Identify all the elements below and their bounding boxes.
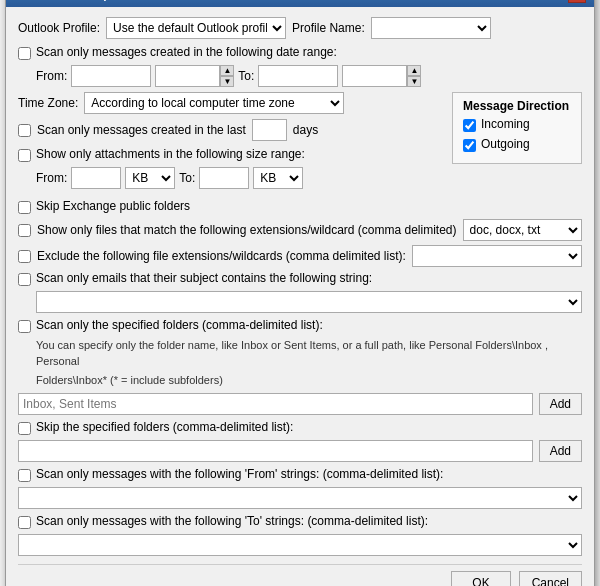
skip-exchange-row: Skip Exchange public folders — [18, 199, 582, 214]
skip-folders-checkbox[interactable] — [18, 422, 31, 435]
scan-folders-hint2: Folders\Inbox* (* = include subfolders) — [36, 373, 582, 388]
skip-folders-add-button[interactable]: Add — [539, 440, 582, 462]
exclude-extensions-label: Exclude the following file extensions/wi… — [37, 249, 406, 263]
outlook-profile-row: Outlook Profile: Use the default Outlook… — [18, 17, 582, 39]
from-date-label: From: — [36, 69, 67, 83]
outgoing-label: Outgoing — [481, 137, 530, 151]
dialog-title: Mailbox Scan Options — [14, 0, 139, 1]
from-strings-row: Scan only messages with the following 'F… — [18, 467, 582, 482]
from-strings-label: Scan only messages with the following 'F… — [36, 467, 443, 481]
to-strings-label: Scan only messages with the following 'T… — [36, 514, 428, 528]
from-strings-dropdown-row — [18, 487, 582, 509]
from-strings-select[interactable] — [18, 487, 582, 509]
scan-subject-select[interactable] — [36, 291, 582, 313]
timezone-row: Time Zone: According to local computer t… — [18, 92, 442, 114]
show-extensions-select[interactable]: doc, docx, txt — [463, 219, 582, 241]
scan-subject-checkbox[interactable] — [18, 273, 31, 286]
incoming-row: Incoming — [463, 117, 571, 132]
close-button[interactable]: ✕ — [568, 0, 586, 3]
scan-last-days-input[interactable]: 5 — [252, 119, 287, 141]
attachments-range-row: Show only attachments in the following s… — [18, 147, 442, 162]
scan-date-range-label: Scan only messages created in the follow… — [36, 45, 337, 59]
profile-name-label: Profile Name: — [292, 21, 365, 35]
time-to-spin-buttons: ▲ ▼ — [407, 65, 421, 87]
message-direction-title: Message Direction — [463, 99, 571, 113]
time-from-spinbox: 00:00:00 ▲ ▼ — [155, 65, 234, 87]
skip-folders-input-row: Add — [18, 440, 582, 462]
dialog-content: Outlook Profile: Use the default Outlook… — [6, 7, 594, 586]
exclude-extensions-checkbox[interactable] — [18, 250, 31, 263]
skip-folders-input[interactable] — [18, 440, 533, 462]
time-from-down-button[interactable]: ▼ — [220, 76, 234, 87]
to-strings-dropdown-row — [18, 534, 582, 556]
date-range-section: From: 2017-07-01 00:00:00 ▲ ▼ To: 2017-0… — [36, 65, 582, 87]
exclude-extensions-row: Exclude the following file extensions/wi… — [18, 245, 582, 267]
size-from-input[interactable]: 0 — [71, 167, 121, 189]
scan-last-row: Scan only messages created in the last 5… — [18, 119, 442, 141]
scan-last-label: Scan only messages created in the last — [37, 123, 246, 137]
days-label: days — [293, 123, 318, 137]
incoming-label: Incoming — [481, 117, 530, 131]
scan-subject-label: Scan only emails that their subject cont… — [36, 271, 372, 285]
to-strings-select[interactable] — [18, 534, 582, 556]
scan-folders-add-button[interactable]: Add — [539, 393, 582, 415]
skip-exchange-label: Skip Exchange public folders — [36, 199, 190, 213]
title-bar: Mailbox Scan Options ✕ — [6, 0, 594, 7]
scan-subject-row: Scan only emails that their subject cont… — [18, 271, 582, 286]
outgoing-checkbox[interactable] — [463, 139, 476, 152]
scan-subject-dropdown-row — [36, 291, 582, 313]
to-strings-checkbox[interactable] — [18, 516, 31, 529]
cancel-button[interactable]: Cancel — [519, 571, 582, 586]
from-strings-checkbox[interactable] — [18, 469, 31, 482]
dialog-buttons-row: OK Cancel — [18, 564, 582, 586]
show-extensions-checkbox[interactable] — [18, 224, 31, 237]
scan-folders-label: Scan only the specified folders (comma-d… — [36, 318, 323, 332]
time-to-up-button[interactable]: ▲ — [407, 65, 421, 76]
skip-folders-label: Skip the specified folders (comma-delimi… — [36, 420, 293, 434]
size-to-input[interactable]: 1000 — [199, 167, 249, 189]
time-from-spin-buttons: ▲ ▼ — [220, 65, 234, 87]
time-from-input[interactable]: 00:00:00 — [155, 65, 220, 87]
scan-folders-row: Scan only the specified folders (comma-d… — [18, 318, 582, 333]
scan-folders-input[interactable] — [18, 393, 533, 415]
outlook-profile-label: Outlook Profile: — [18, 21, 100, 35]
time-from-up-button[interactable]: ▲ — [220, 65, 234, 76]
timezone-label: Time Zone: — [18, 96, 78, 110]
time-to-spinbox: 00:00:00 ▲ ▼ — [342, 65, 421, 87]
scan-folders-checkbox[interactable] — [18, 320, 31, 333]
dialog-mailbox-scan-options: Mailbox Scan Options ✕ Outlook Profile: … — [5, 0, 595, 586]
show-extensions-row: Show only files that match the following… — [18, 219, 582, 241]
show-extensions-label: Show only files that match the following… — [37, 223, 457, 237]
size-range-row: From: 0 KB To: 1000 KB — [36, 167, 442, 189]
to-date-label: To: — [238, 69, 254, 83]
date-to-input[interactable]: 2017-08-01 — [258, 65, 338, 87]
scan-last-checkbox[interactable] — [18, 124, 31, 137]
scan-date-range-checkbox[interactable] — [18, 47, 31, 60]
time-to-down-button[interactable]: ▼ — [407, 76, 421, 87]
size-to-label: To: — [179, 171, 195, 185]
outlook-profile-select[interactable]: Use the default Outlook profile — [106, 17, 286, 39]
date-from-input[interactable]: 2017-07-01 — [71, 65, 151, 87]
size-to-unit-select[interactable]: KB — [253, 167, 303, 189]
time-to-input[interactable]: 00:00:00 — [342, 65, 407, 87]
scan-folders-input-row: Add — [18, 393, 582, 415]
size-from-label: From: — [36, 171, 67, 185]
incoming-checkbox[interactable] — [463, 119, 476, 132]
attachments-range-label: Show only attachments in the following s… — [36, 147, 305, 161]
timezone-select[interactable]: According to local computer time zone — [84, 92, 344, 114]
exclude-extensions-select[interactable] — [412, 245, 582, 267]
ok-button[interactable]: OK — [451, 571, 510, 586]
message-direction-panel: Message Direction Incoming Outgoing — [452, 92, 582, 164]
outgoing-row: Outgoing — [463, 137, 571, 152]
skip-exchange-checkbox[interactable] — [18, 201, 31, 214]
size-from-unit-select[interactable]: KB — [125, 167, 175, 189]
scan-date-range-row: Scan only messages created in the follow… — [18, 45, 582, 60]
profile-name-select[interactable] — [371, 17, 491, 39]
timezone-section: Time Zone: According to local computer t… — [18, 92, 442, 194]
attachments-range-checkbox[interactable] — [18, 149, 31, 162]
skip-folders-row: Skip the specified folders (comma-delimi… — [18, 420, 582, 435]
to-strings-row: Scan only messages with the following 'T… — [18, 514, 582, 529]
scan-folders-hint1: You can specify only the folder name, li… — [36, 338, 582, 369]
